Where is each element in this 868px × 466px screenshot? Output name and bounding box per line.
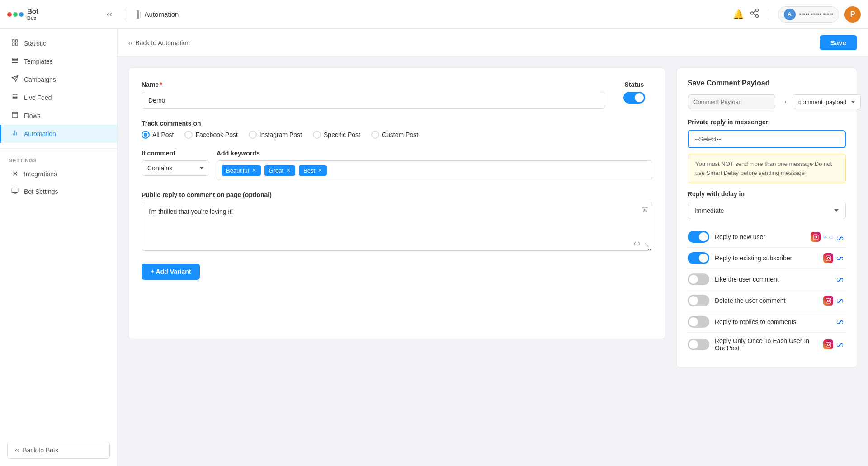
svg-point-27 xyxy=(816,235,817,236)
sidebar: Statistic Templates Campaigns xyxy=(0,29,118,466)
reply-once-toggle[interactable] xyxy=(688,339,709,350)
reply-existing-label: Reply to existing subscriber xyxy=(715,254,818,262)
sidebar-label-live-feed: Live Feed xyxy=(24,94,52,101)
meta-icon-delete xyxy=(836,297,846,304)
track-all-post[interactable]: All Post xyxy=(142,131,174,139)
track-specific-post[interactable]: Specific Post xyxy=(313,131,360,139)
if-comment-label: If comment xyxy=(142,150,209,157)
back-to-bots-icon: ‹‹ xyxy=(15,447,19,454)
track-instagram-post[interactable]: Instagram Post xyxy=(249,131,302,139)
sidebar-item-statistic[interactable]: Statistic xyxy=(0,34,117,52)
keyword-best: Best ✕ xyxy=(299,165,327,176)
keywords-row: If comment Contains Does not contain Sta… xyxy=(142,150,652,180)
payload-select[interactable]: comment_payload xyxy=(793,94,861,109)
sidebar-item-live-feed[interactable]: Live Feed xyxy=(0,89,117,107)
code-button[interactable] xyxy=(633,240,641,249)
keyword-best-remove[interactable]: ✕ xyxy=(318,167,322,174)
svg-rect-34 xyxy=(826,342,831,347)
keyword-great-text: Great xyxy=(269,167,284,174)
sidebar-item-automation[interactable]: Automation xyxy=(0,125,117,143)
track-comments-row: Track comments on All Post Facebook Post xyxy=(142,120,652,139)
svg-rect-9 xyxy=(12,58,18,60)
sidebar-item-integrations[interactable]: ✕ Integrations xyxy=(0,165,117,183)
sidebar-item-bot-settings[interactable]: Bot Settings xyxy=(0,183,117,201)
reply-new-user-toggle[interactable] xyxy=(688,231,709,243)
meta-icon-like xyxy=(836,276,846,283)
svg-rect-7 xyxy=(15,43,18,45)
save-button[interactable]: Save xyxy=(820,35,857,50)
templates-icon xyxy=(10,57,19,66)
like-comment-toggle[interactable] xyxy=(688,273,709,285)
automation-icon xyxy=(10,129,19,138)
status-label: Status xyxy=(625,81,644,88)
public-reply-row: Public reply to comment on page (optiona… xyxy=(142,191,652,253)
name-input[interactable] xyxy=(142,92,605,109)
account-selector[interactable]: A ••••• ••••• ••••• xyxy=(778,6,840,23)
separator xyxy=(125,8,125,21)
sidebar-item-templates[interactable]: Templates xyxy=(0,52,117,71)
reply-replies-toggle[interactable] xyxy=(688,316,709,328)
svg-point-36 xyxy=(829,343,830,344)
svg-point-1 xyxy=(750,12,753,14)
svg-point-0 xyxy=(755,9,758,12)
svg-rect-28 xyxy=(826,256,831,261)
svg-point-32 xyxy=(827,300,829,301)
keyword-great: Great ✕ xyxy=(264,165,296,176)
keyword-beautiful-remove[interactable]: ✕ xyxy=(252,167,256,174)
track-custom-label: Custom Post xyxy=(382,131,418,138)
delete-comment-icons xyxy=(823,296,846,306)
public-reply-textarea[interactable]: I'm thrilled that you're loving it! xyxy=(142,202,652,251)
sidebar-item-flows[interactable]: Flows xyxy=(0,107,117,125)
toggle-reply-replies: Reply to replies to comments xyxy=(688,311,846,333)
svg-point-29 xyxy=(827,257,829,259)
reply-existing-toggle[interactable] xyxy=(688,252,709,264)
keyword-great-remove[interactable]: ✕ xyxy=(286,167,291,174)
reply-once-icons xyxy=(823,339,846,349)
svg-line-3 xyxy=(753,14,755,15)
bot-settings-icon xyxy=(10,187,19,196)
keywords-input-area[interactable]: Beautiful ✕ Great ✕ Best xyxy=(217,160,652,180)
top-bar: Bot Buz ‹‹ ▐| Automation 🔔 A ••••• •••••… xyxy=(0,0,868,29)
toggle-like-comment: Like the user comment xyxy=(688,269,846,290)
svg-line-4 xyxy=(753,11,755,13)
sidebar-nav: Statistic Templates Campaigns xyxy=(0,34,117,434)
private-reply-select[interactable]: --Select-- xyxy=(688,130,846,148)
payload-input[interactable] xyxy=(688,94,775,109)
back-to-automation-button[interactable]: ‹‹ Back to Automation xyxy=(128,39,190,47)
delete-reply-button[interactable] xyxy=(642,206,649,215)
name-field-wrapper: Name* xyxy=(142,81,605,109)
name-label: Name* xyxy=(142,81,605,88)
track-facebook-post[interactable]: Facebook Post xyxy=(184,131,237,139)
integrations-icon: ✕ xyxy=(10,169,19,178)
toggle-reply-existing: Reply to existing subscriber xyxy=(688,248,846,269)
delay-select[interactable]: Immediate 1 minute 5 minutes 10 minutes … xyxy=(688,202,846,219)
track-custom-post[interactable]: Custom Post xyxy=(371,131,418,139)
sidebar-item-campaigns[interactable]: Campaigns xyxy=(0,71,117,89)
contains-select[interactable]: Contains Does not contain Starts with xyxy=(142,160,209,176)
meta-icon-existing xyxy=(836,254,846,262)
public-reply-label: Public reply to comment on page (optiona… xyxy=(142,191,652,198)
user-avatar[interactable]: P xyxy=(844,6,861,23)
delete-comment-toggle[interactable] xyxy=(688,295,709,306)
resize-handle[interactable]: ⤡ xyxy=(644,241,649,248)
meta-logo-svg xyxy=(836,233,846,240)
delay-label: Reply with delay in xyxy=(688,190,846,198)
sidebar-label-campaigns: Campaigns xyxy=(24,76,56,83)
keywords-col: Add keywords Beautiful ✕ Great xyxy=(217,150,652,180)
notifications-button[interactable]: 🔔 xyxy=(733,9,744,20)
add-variant-button[interactable]: + Add Variant xyxy=(142,264,200,280)
share-button[interactable] xyxy=(750,8,760,20)
flows-icon xyxy=(10,111,19,120)
sidebar-label-bot-settings: Bot Settings xyxy=(24,188,58,195)
private-reply-label: Private reply in messenger xyxy=(688,118,846,126)
meta-icon-replies xyxy=(836,318,846,325)
top-bar-right: 🔔 A ••••• ••••• ••••• P xyxy=(733,6,861,23)
meta-icon-once xyxy=(836,341,846,348)
back-to-bots-button[interactable]: ‹‹ Back to Bots xyxy=(7,442,110,459)
collapse-sidebar-button[interactable]: ‹‹ xyxy=(103,8,116,21)
sub-header: ‹‹ Back to Automation Save xyxy=(118,29,868,57)
svg-rect-17 xyxy=(12,112,18,118)
sidebar-label-automation: Automation xyxy=(24,130,56,137)
if-comment-col: If comment Contains Does not contain Sta… xyxy=(142,150,209,176)
status-toggle[interactable] xyxy=(623,92,645,104)
